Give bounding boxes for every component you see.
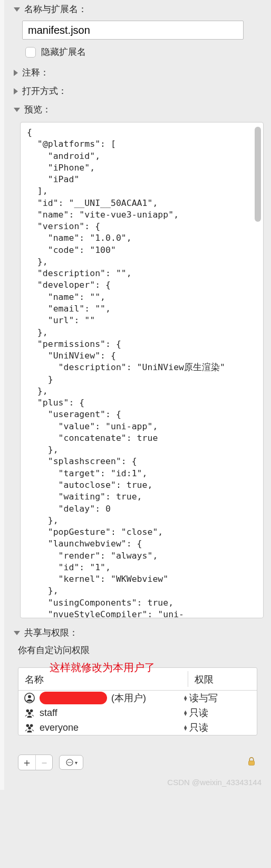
- preview-container: { "@platforms": [ "android", "iPhone", "…: [20, 122, 264, 618]
- svg-point-6: [30, 724, 33, 728]
- hide-extension-checkbox[interactable]: [25, 47, 36, 58]
- group-icon: [24, 722, 35, 733]
- svg-point-2: [26, 710, 30, 713]
- table-row[interactable]: (本用户) ▴▾ 读与写: [18, 691, 257, 705]
- svg-point-10: [69, 762, 70, 763]
- svg-point-3: [30, 710, 33, 713]
- chevron-down-icon: [14, 7, 20, 12]
- svg-point-5: [26, 724, 30, 728]
- filename-input[interactable]: [22, 21, 244, 40]
- table-row[interactable]: everyone ▴▾ 只读: [18, 720, 257, 735]
- section-label: 注释：: [22, 67, 49, 79]
- preview-text: { "@platforms": [ "android", "iPhone", "…: [21, 122, 263, 618]
- annotation-note: 这样就修改为本用户了: [4, 658, 271, 675]
- stepper-icon: ▴▾: [184, 710, 187, 716]
- section-name-ext[interactable]: 名称与扩展名：: [4, 0, 271, 18]
- group-icon: [24, 707, 35, 719]
- chevron-down-icon: ▾: [75, 760, 78, 766]
- lock-icon[interactable]: [246, 756, 257, 770]
- chevron-right-icon: [14, 70, 18, 76]
- table-row[interactable]: staff ▴▾ 只读: [18, 705, 257, 720]
- hide-extension-label: 隐藏扩展名: [41, 46, 86, 58]
- svg-point-7: [28, 727, 31, 730]
- user-icon: [24, 692, 35, 704]
- remove-button[interactable]: －: [35, 755, 52, 770]
- section-sharing[interactable]: 共享与权限：: [4, 624, 271, 642]
- add-remove-segment: ＋ －: [18, 754, 53, 770]
- user-name: everyone: [40, 722, 79, 733]
- section-open-with[interactable]: 打开方式：: [4, 82, 271, 100]
- section-label: 名称与扩展名：: [24, 3, 87, 15]
- ellipsis-circle-icon: [65, 758, 74, 767]
- chevron-right-icon: [14, 88, 18, 95]
- section-label: 预览：: [24, 103, 51, 116]
- user-suffix: (本用户): [111, 692, 146, 704]
- section-label: 共享与权限：: [24, 627, 78, 639]
- user-name: staff: [40, 707, 57, 719]
- svg-point-9: [67, 762, 69, 763]
- svg-point-4: [28, 712, 31, 715]
- watermark: CSDN @weixin_43343144: [4, 773, 271, 790]
- permission-cell[interactable]: ▴▾ 读与写: [184, 692, 253, 704]
- permission-cell[interactable]: ▴▾ 只读: [184, 721, 253, 734]
- redacted-username: [40, 692, 107, 704]
- action-menu-button[interactable]: ▾: [59, 755, 83, 770]
- permission-desc: 你有自定访问权限: [4, 642, 271, 658]
- chevron-down-icon: [14, 631, 20, 635]
- svg-rect-12: [249, 761, 255, 765]
- stepper-icon: ▴▾: [184, 725, 187, 731]
- section-comments[interactable]: 注释：: [4, 63, 271, 82]
- scrollbar-thumb[interactable]: [255, 127, 261, 222]
- stepper-icon: ▴▾: [184, 695, 187, 701]
- add-button[interactable]: ＋: [18, 755, 35, 770]
- section-label: 打开方式：: [22, 85, 67, 97]
- permission-cell[interactable]: ▴▾ 只读: [184, 706, 253, 719]
- chevron-down-icon: [14, 108, 20, 112]
- permissions-table: 名称 权限 (本用户) ▴▾ 读与写 staff: [18, 667, 257, 735]
- section-preview[interactable]: 预览：: [4, 100, 271, 119]
- svg-point-1: [28, 695, 31, 699]
- svg-point-11: [70, 762, 71, 763]
